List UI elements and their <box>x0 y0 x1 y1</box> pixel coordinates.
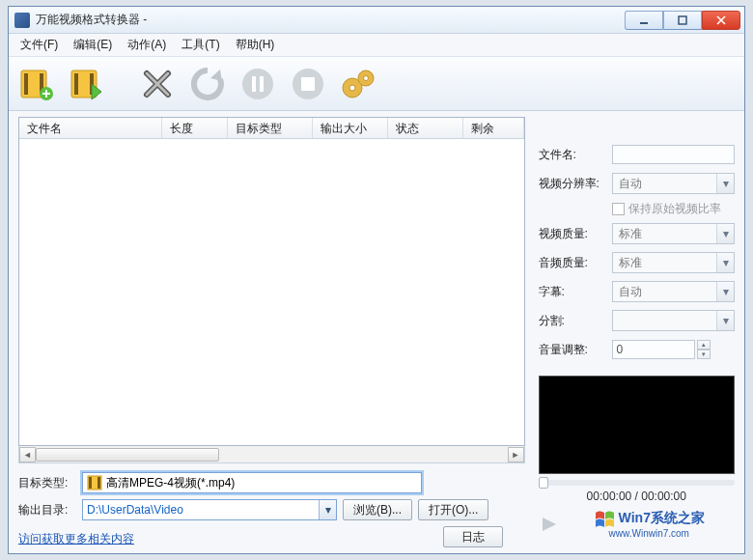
subtitle-label: 字幕: <box>539 284 606 300</box>
svg-rect-19 <box>301 77 315 91</box>
menu-help[interactable]: 帮助(H) <box>230 35 281 55</box>
dropdown-icon: ▾ <box>319 500 336 519</box>
volume-label: 音量调整: <box>539 342 606 358</box>
filename-input[interactable] <box>612 145 735 164</box>
keep-ratio-checkbox[interactable] <box>612 203 625 215</box>
output-dir-value: D:\UserData\Video <box>87 503 183 517</box>
filename-label: 文件名: <box>539 147 606 163</box>
svg-rect-16 <box>252 76 256 92</box>
resolution-value: 自动 <box>619 176 642 192</box>
seek-bar[interactable] <box>539 480 735 486</box>
windows-logo-icon <box>594 509 617 528</box>
brand-line1: Win7系统之家 <box>619 511 705 525</box>
body-area: 文件名 长度 目标类型 输出大小 状态 剩余 ◄ ► 目标类型: <box>9 113 744 553</box>
scroll-thumb[interactable] <box>36 448 219 462</box>
svg-point-15 <box>242 69 273 99</box>
svg-rect-17 <box>260 76 264 92</box>
video-quality-value: 标准 <box>619 226 642 242</box>
split-select[interactable]: ▾ <box>612 310 735 331</box>
stop-button[interactable] <box>289 65 327 103</box>
dropdown-icon: ▾ <box>716 253 734 272</box>
volume-down-button[interactable]: ▾ <box>697 350 711 359</box>
subtitle-value: 自动 <box>619 284 642 300</box>
maximize-button[interactable] <box>663 11 702 30</box>
svg-rect-25 <box>89 477 92 489</box>
svg-rect-0 <box>640 22 648 24</box>
app-icon <box>14 13 30 28</box>
subtitle-select[interactable]: 自动▾ <box>612 281 735 302</box>
menu-edit[interactable]: 编辑(E) <box>68 35 118 55</box>
svg-point-23 <box>364 75 369 80</box>
film-icon <box>87 475 102 490</box>
col-remain[interactable]: 剩余 <box>463 118 524 138</box>
svg-rect-26 <box>98 477 100 489</box>
audio-quality-value: 标准 <box>619 255 642 271</box>
audio-quality-label: 音频质量: <box>539 255 606 271</box>
list-body[interactable] <box>19 139 524 445</box>
audio-quality-select[interactable]: 标准▾ <box>612 252 735 273</box>
play-button[interactable] <box>539 515 558 534</box>
left-pane: 文件名 长度 目标类型 输出大小 状态 剩余 ◄ ► 目标类型: <box>9 113 525 553</box>
window-title: 万能视频格式转换器 - <box>36 12 625 28</box>
right-pane: 文件名: 视频分辨率: 自动▾ 保持原始视频比率 视频质量: 标准▾ 音频质量:… <box>525 113 744 553</box>
col-status[interactable]: 状态 <box>388 118 463 138</box>
list-header: 文件名 长度 目标类型 输出大小 状态 剩余 <box>19 118 524 139</box>
add-folder-icon <box>69 67 103 101</box>
pause-button[interactable] <box>238 65 277 103</box>
dropdown-icon: ▾ <box>716 224 734 243</box>
bottom-fields: 目标类型: 高清MPEG-4视频(*.mp4) 输出目录: D:\UserDat… <box>9 463 525 527</box>
volume-spinner: ▴ ▾ <box>697 340 711 359</box>
minimize-button[interactable] <box>625 11 663 30</box>
play-icon <box>539 515 558 534</box>
titlebar: 万能视频格式转换器 - <box>9 7 744 34</box>
close-icon <box>716 15 726 25</box>
add-folder-button[interactable] <box>67 65 105 103</box>
playback-time: 00:00:00 / 00:00:00 <box>539 490 735 503</box>
scroll-track[interactable] <box>36 447 508 462</box>
col-length[interactable]: 长度 <box>162 118 228 138</box>
file-list[interactable]: 文件名 长度 目标类型 输出大小 状态 剩余 <box>18 117 525 446</box>
add-file-button[interactable] <box>16 65 55 103</box>
col-target[interactable]: 目标类型 <box>228 118 313 138</box>
window-buttons <box>625 11 740 30</box>
menubar: 文件(F) 编辑(E) 动作(A) 工具(T) 帮助(H) <box>9 34 744 57</box>
output-dir-combo[interactable]: D:\UserData\Video ▾ <box>82 499 337 520</box>
branding: Win7系统之家 www.Winwin7.com <box>564 509 735 539</box>
split-label: 分割: <box>539 313 606 329</box>
keep-ratio-label: 保持原始视频比率 <box>628 201 721 217</box>
open-button[interactable]: 打开(O)... <box>418 499 488 520</box>
target-type-combo[interactable]: 高清MPEG-4视频(*.mp4) <box>82 472 422 493</box>
video-preview[interactable] <box>539 376 735 474</box>
stop-icon <box>291 67 325 101</box>
convert-icon <box>190 67 225 101</box>
volume-up-button[interactable]: ▴ <box>697 340 711 350</box>
toolbar <box>9 57 744 111</box>
col-outsize[interactable]: 输出大小 <box>313 118 388 138</box>
remove-button[interactable] <box>138 65 177 103</box>
menu-tools[interactable]: 工具(T) <box>176 35 225 55</box>
list-hscrollbar[interactable]: ◄ ► <box>18 446 525 463</box>
log-button[interactable]: 日志 <box>443 526 503 547</box>
output-dir-label: 输出目录: <box>18 502 76 518</box>
svg-point-21 <box>349 85 355 91</box>
target-type-label: 目标类型: <box>18 475 76 491</box>
maximize-icon <box>678 15 687 25</box>
scroll-left-button[interactable]: ◄ <box>19 447 36 462</box>
volume-input[interactable]: 0 <box>612 340 695 359</box>
close-button[interactable] <box>702 11 740 30</box>
resolution-select[interactable]: 自动▾ <box>612 173 735 194</box>
scroll-right-button[interactable]: ► <box>508 447 524 462</box>
pause-icon <box>240 67 275 101</box>
menu-file[interactable]: 文件(F) <box>14 35 64 55</box>
seek-knob[interactable] <box>539 477 548 489</box>
col-filename[interactable]: 文件名 <box>19 118 162 138</box>
browse-button[interactable]: 浏览(B)... <box>343 499 412 520</box>
minimize-icon <box>639 15 649 25</box>
settings-icon <box>339 67 377 101</box>
remove-icon <box>141 68 174 100</box>
convert-button[interactable] <box>188 65 227 103</box>
settings-button[interactable] <box>339 65 377 103</box>
svg-rect-5 <box>24 73 28 95</box>
menu-action[interactable]: 动作(A) <box>122 35 172 55</box>
video-quality-select[interactable]: 标准▾ <box>612 223 735 244</box>
